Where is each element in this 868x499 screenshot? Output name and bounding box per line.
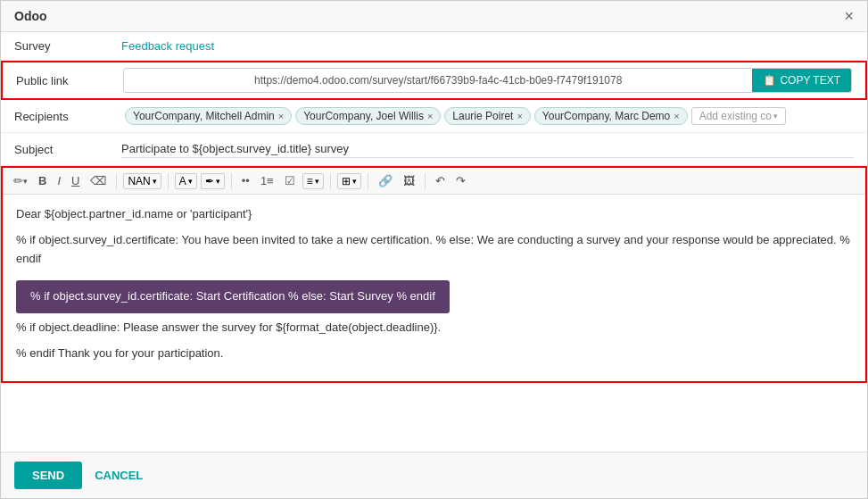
dialog-header: Odoo ×: [1, 1, 867, 32]
font-size-label: NAN: [128, 175, 150, 187]
align-dropdown[interactable]: ≡ ▾: [302, 173, 324, 189]
survey-start-button-preview[interactable]: % if object.survey_id.certificate: Start…: [16, 280, 450, 313]
survey-button-text: % if object.survey_id.certificate: Start…: [30, 289, 435, 303]
recipient-tag: Laurie Poiret ×: [444, 107, 530, 125]
font-color-dropdown[interactable]: A ▾: [175, 173, 197, 189]
pen-tool-button[interactable]: ✏ ▾: [10, 172, 31, 189]
link-icon: 🔗: [378, 174, 393, 187]
public-link-row: Public link 📋 COPY TEXT: [1, 61, 867, 100]
add-existing-label: Add existing co: [699, 110, 772, 122]
copy-icon: 📋: [763, 74, 776, 87]
survey-label: Survey: [14, 39, 121, 53]
table-chevron-icon: ▾: [352, 177, 357, 186]
image-icon: 🖼: [403, 174, 415, 187]
recipient-tag: YourCompany, Marc Demo ×: [534, 107, 688, 125]
dialog-title: Odoo: [14, 9, 47, 23]
copy-text-button[interactable]: 📋 COPY TEXT: [752, 69, 851, 92]
cancel-button[interactable]: CANCEL: [91, 462, 146, 489]
pen-color-chevron-icon: ▾: [216, 177, 220, 186]
recipients-label: Recipients: [14, 110, 121, 123]
recipient-tag: YourCompany, Mitchell Admin ×: [125, 107, 292, 125]
pen-icon: ✏: [13, 174, 23, 187]
dialog-body: Survey Feedback request Public link 📋 CO…: [1, 32, 867, 452]
toolbar-separator-1: [116, 173, 117, 189]
pen-dropdown-icon: ▾: [23, 177, 28, 186]
pen-color-icon: ✒: [205, 175, 214, 187]
recipient-tag: YourCompany, Joel Willis ×: [295, 107, 441, 125]
dialog-footer: SEND CANCEL: [1, 452, 867, 498]
toolbar-separator-3: [231, 173, 232, 189]
public-link-label: Public link: [16, 74, 123, 87]
public-link-input-wrap: 📋 COPY TEXT: [123, 68, 852, 93]
subject-row: Subject: [1, 133, 867, 166]
link-button[interactable]: 🔗: [375, 172, 396, 189]
public-link-input[interactable]: [124, 70, 752, 91]
subject-label: Subject: [14, 143, 121, 156]
editor-line-3: % if object.deadline: Please answer the …: [16, 319, 852, 337]
recipient-remove-2[interactable]: ×: [427, 111, 433, 121]
redo-button[interactable]: ↷: [452, 172, 469, 189]
align-chevron-icon: ▾: [315, 177, 319, 186]
dialog: Odoo × Survey Feedback request Public li…: [0, 0, 868, 499]
toolbar-separator-5: [368, 173, 368, 189]
checklist-button[interactable]: ☑: [281, 172, 299, 189]
recipients-wrap: YourCompany, Mitchell Admin × YourCompan…: [125, 107, 854, 125]
font-color-label: A: [179, 175, 186, 187]
toolbar-separator-4: [330, 173, 331, 189]
italic-icon: I: [57, 174, 61, 187]
send-button[interactable]: SEND: [14, 462, 82, 489]
bullet-list-icon: ••: [242, 174, 250, 187]
recipient-name-1: YourCompany, Mitchell Admin: [133, 110, 275, 122]
italic-button[interactable]: I: [54, 172, 64, 189]
bold-icon: B: [38, 174, 46, 187]
redo-icon: ↷: [456, 174, 466, 187]
recipient-name-2: YourCompany, Joel Willis: [303, 110, 424, 122]
editor-wrap: ✏ ▾ B I U ⌫ NAN ▾: [1, 166, 867, 383]
recipient-name-4: YourCompany, Marc Demo: [542, 110, 670, 122]
subject-input[interactable]: [121, 140, 854, 158]
undo-icon: ↶: [435, 174, 445, 187]
recipient-remove-3[interactable]: ×: [517, 111, 522, 121]
editor-content[interactable]: Dear ${object.partner_id.name or 'partic…: [3, 195, 865, 381]
chevron-down-icon: ▾: [773, 112, 778, 121]
checklist-icon: ☑: [285, 174, 295, 187]
editor-line-1: Dear ${object.partner_id.name or 'partic…: [16, 205, 852, 224]
add-existing-contact[interactable]: Add existing co ▾: [691, 107, 786, 125]
editor-line-4: % endif Thank you for your participation…: [16, 345, 852, 363]
numbered-list-button[interactable]: 1≡: [257, 172, 277, 189]
undo-button[interactable]: ↶: [432, 172, 449, 189]
pen-color-dropdown[interactable]: ✒ ▾: [201, 173, 225, 189]
eraser-icon: ⌫: [90, 174, 106, 187]
recipient-name-3: Laurie Poiret: [452, 110, 513, 122]
editor-toolbar: ✏ ▾ B I U ⌫ NAN ▾: [3, 168, 865, 195]
table-dropdown[interactable]: ⊞ ▾: [337, 173, 361, 189]
bold-button[interactable]: B: [35, 172, 50, 189]
recipient-remove-4[interactable]: ×: [674, 111, 679, 121]
survey-row: Survey Feedback request: [1, 32, 867, 61]
recipient-remove-1[interactable]: ×: [278, 111, 284, 121]
underline-button[interactable]: U: [68, 172, 83, 189]
bullet-list-button[interactable]: ••: [238, 172, 253, 189]
font-color-chevron-icon: ▾: [188, 177, 193, 186]
font-size-chevron-icon: ▾: [153, 177, 157, 186]
toolbar-separator-2: [168, 173, 169, 189]
image-button[interactable]: 🖼: [400, 172, 418, 189]
close-button[interactable]: ×: [844, 8, 854, 24]
table-icon: ⊞: [342, 175, 351, 187]
toolbar-separator-6: [425, 173, 426, 189]
underline-icon: U: [71, 174, 79, 187]
survey-value[interactable]: Feedback request: [121, 39, 214, 53]
font-size-dropdown[interactable]: NAN ▾: [123, 173, 161, 189]
recipients-row: Recipients YourCompany, Mitchell Admin ×…: [1, 100, 867, 133]
numbered-list-icon: 1≡: [260, 174, 274, 187]
editor-line-2: % if object.survey_id.certificate: You h…: [16, 231, 852, 269]
copy-text-label: COPY TEXT: [780, 74, 840, 87]
align-icon: ≡: [307, 175, 313, 187]
eraser-button[interactable]: ⌫: [87, 172, 110, 189]
